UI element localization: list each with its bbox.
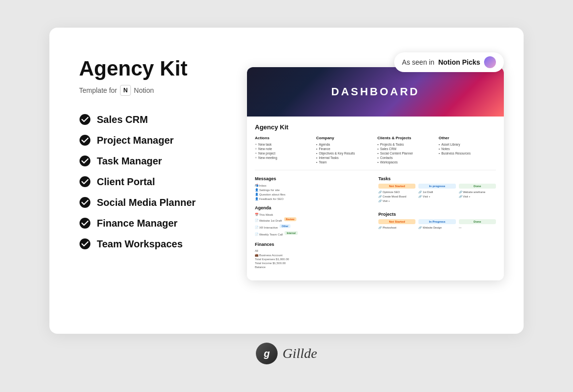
feature-label: Sales CRM <box>97 114 148 125</box>
company-item-2: Finance <box>316 147 373 151</box>
finances-widget: Finances All 💼 Business Account Total Ex… <box>255 242 372 269</box>
bottom-section: Messages 📬 Inbox 👤 Settings for site 👤 Q… <box>255 176 496 274</box>
actions-col: Actions New task New note New project Ne… <box>255 136 312 165</box>
clients-item-3: Social Content Planner <box>377 152 435 155</box>
feature-label: Project Manager <box>97 135 174 146</box>
clients-item-1: Projects & Tasks <box>377 143 435 146</box>
action-item-1: New task <box>255 143 312 146</box>
proj-ns-1: 🔗 Photoshoot <box>378 226 415 229</box>
finance-item-2: Total Expenses $1,000.00 <box>255 258 372 261</box>
finance-sub: All <box>255 249 372 252</box>
left-widgets: Messages 📬 Inbox 👤 Settings for site 👤 Q… <box>255 176 372 274</box>
finances-title: Finances <box>255 242 372 247</box>
kit-title: Agency Kit <box>255 123 496 131</box>
svg-point-6 <box>80 238 90 249</box>
feature-item-finance: Finance Manager <box>79 217 227 229</box>
notion-logo-icon: N <box>120 85 131 96</box>
agenda-sub: 📅 This Week <box>255 213 372 216</box>
agenda-tag-1: Review <box>284 217 296 221</box>
company-title: Company <box>316 136 373 140</box>
agenda-item-2: 📄 XR Interactive Other <box>255 224 372 230</box>
msg-item-4: 👤 Feedback for SEO <box>255 197 372 200</box>
clients-item-4: Contacts <box>377 156 435 159</box>
brand-logo-icon: g <box>256 343 278 364</box>
task-ns-2: 🔗 Create Mood Board <box>378 195 415 198</box>
check-circle-icon <box>79 155 91 167</box>
left-panel: Agency Kit Template for N Notion Sales C… <box>79 57 247 304</box>
notion-label: Notion <box>134 86 154 94</box>
company-col: Company Agenda Finance Objectives & Key … <box>316 136 373 165</box>
dashboard-header: DASHBOARD <box>247 67 504 117</box>
company-item-4: Internal Tasks <box>316 156 373 159</box>
dashboard-title: DASHBOARD <box>331 85 420 98</box>
company-item-3: Objectives & Key Results <box>316 152 373 155</box>
top-nav-section: Actions New task New note New project Ne… <box>255 136 496 170</box>
badge-avatar <box>484 56 496 68</box>
company-item-1: Agenda <box>316 143 373 146</box>
other-item-3: Business Resources <box>439 152 496 155</box>
check-circle-icon <box>79 134 91 146</box>
svg-point-4 <box>80 197 90 208</box>
action-item-4: New meeting <box>255 156 312 159</box>
template-for-label: Template for <box>79 86 117 94</box>
in-progress-header: In progress <box>418 184 455 189</box>
proj-ip-1: 🔗 Website Design <box>418 226 455 229</box>
template-for: Template for N Notion <box>79 85 227 96</box>
task-ns-3: 🔗 Visit + <box>378 199 415 202</box>
proj-in-progress-col: In Progress 🔗 Website Design <box>418 219 455 231</box>
svg-point-5 <box>80 218 90 229</box>
footer-brand: g Gillde <box>256 343 317 364</box>
tasks-title: Tasks <box>378 176 496 181</box>
tasks-board: Not Started 🔗 Optimize SEO 🔗 Create Mood… <box>378 184 496 204</box>
right-widgets: Tasks Not Started 🔗 Optimize SEO 🔗 Creat… <box>378 176 496 274</box>
feature-item-client-portal: Client Portal <box>79 176 227 188</box>
action-item-3: New project <box>255 152 312 155</box>
agenda-item-1: 📄 Website 1st Draft Review <box>255 217 372 223</box>
check-circle-icon <box>79 238 91 250</box>
agenda-widget: Agenda 📅 This Week 📄 Website 1st Draft R… <box>255 205 372 237</box>
other-item-2: Notes <box>439 147 496 151</box>
agenda-title: Agenda <box>255 205 372 210</box>
done-header: Done <box>459 184 496 189</box>
feature-item-team: Team Workspaces <box>79 238 227 250</box>
check-circle-icon <box>79 196 91 208</box>
task-ip-1: 🔗 1st Draft <box>418 191 455 194</box>
agenda-tag-2: Other <box>280 224 290 228</box>
svg-point-3 <box>80 176 90 187</box>
finance-item-1: 💼 Business Account <box>255 253 372 257</box>
notion-picks-badge: As seen in Notion Picks <box>394 52 504 72</box>
svg-point-0 <box>80 114 90 125</box>
other-col: Other Asset Library Notes Business Resou… <box>439 136 496 165</box>
feature-label: Team Workspaces <box>97 238 183 250</box>
task-ns-1: 🔗 Optimize SEO <box>378 191 415 194</box>
tasks-widget: Tasks Not Started 🔗 Optimize SEO 🔗 Creat… <box>378 176 496 204</box>
messages-widget: Messages 📬 Inbox 👤 Settings for site 👤 Q… <box>255 176 372 200</box>
feature-item-sales-crm: Sales CRM <box>79 114 227 125</box>
proj-done-col: Done — <box>459 219 496 231</box>
badge-bold: Notion Picks <box>438 58 480 66</box>
other-item-1: Asset Library <box>439 143 496 146</box>
dashboard-preview: DASHBOARD Agency Kit Actions New task Ne… <box>247 67 504 280</box>
not-started-header: Not Started <box>378 184 415 189</box>
task-done-2: 🔗 Visit + <box>459 195 496 198</box>
main-card: Agency Kit Template for N Notion Sales C… <box>49 28 524 334</box>
product-title: Agency Kit <box>79 57 227 80</box>
feature-list: Sales CRM Project Manager Task Manager <box>79 114 227 250</box>
finance-item-3: Total Income $1,500.00 <box>255 262 372 265</box>
agenda-tag-3: Internal <box>285 231 297 235</box>
projects-widget: Projects Not Started 🔗 Photoshoot In Pro… <box>378 212 496 231</box>
company-item-5: Team <box>316 160 373 164</box>
proj-done-1: — <box>459 226 496 229</box>
feature-item-social-media: Social Media Planner <box>79 196 227 208</box>
done-col: Done 🔗 Website wireframe 🔗 Visit + <box>459 184 496 204</box>
clients-col: Clients & Projects Projects & Tasks Sale… <box>377 136 435 165</box>
feature-label: Finance Manager <box>97 218 177 229</box>
dashboard-body: Agency Kit Actions New task New note New… <box>247 117 504 280</box>
in-progress-col: In progress 🔗 1st Draft 🔗 Visit + <box>418 184 455 204</box>
finance-item-4: Balance <box>255 266 372 269</box>
clients-item-2: Sales CRM <box>377 147 435 151</box>
check-circle-icon <box>79 217 91 229</box>
check-circle-icon <box>79 176 91 188</box>
messages-title: Messages <box>255 176 372 181</box>
msg-item-3: 👤 Question about files <box>255 193 372 196</box>
